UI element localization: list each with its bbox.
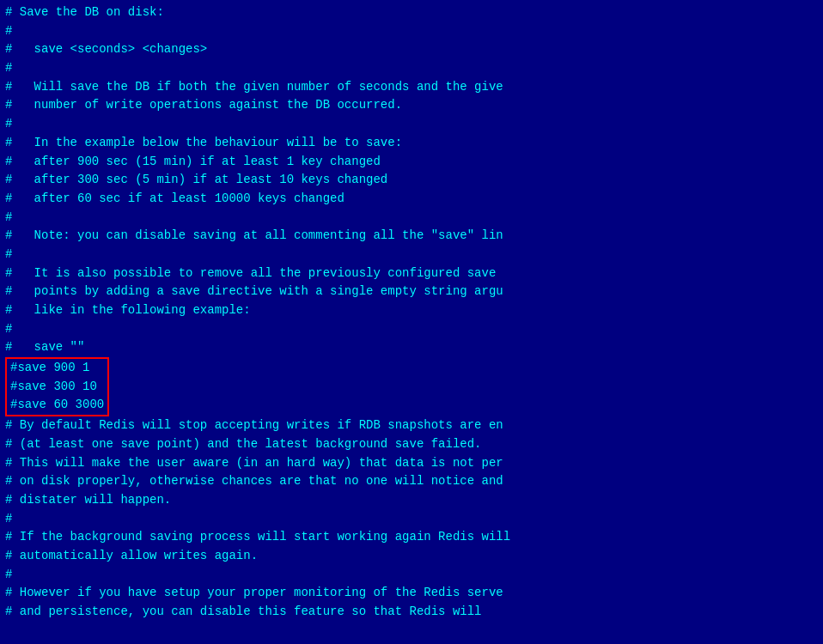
highlighted-line: #save 900 1	[10, 359, 104, 378]
code-line: # Save the DB on disk:	[5, 3, 818, 22]
code-lines-after: # By default Redis will stop accepting w…	[5, 416, 818, 622]
code-line: # Note: you can disable saving at all co…	[5, 227, 818, 246]
code-line: # after 60 sec if at least 10000 keys ch…	[5, 190, 818, 209]
code-line: #	[5, 22, 818, 41]
code-line: # save ""	[5, 338, 818, 357]
code-line: # If the background saving process will …	[5, 528, 818, 547]
code-lines-before: # Save the DB on disk:## save <seconds> …	[5, 3, 818, 357]
code-line: #	[5, 59, 818, 78]
code-line: # However if you have setup your proper …	[5, 584, 818, 603]
terminal-window: # Save the DB on disk:## save <seconds> …	[0, 0, 823, 644]
code-line: #	[5, 510, 818, 529]
code-line: #	[5, 209, 818, 228]
code-line: # save <seconds> <changes>	[5, 40, 818, 59]
code-line: # Will save the DB if both the given num…	[5, 78, 818, 97]
code-line: #	[5, 115, 818, 134]
red-box-highlight: #save 900 1#save 300 10#save 60 3000	[5, 357, 109, 416]
code-line: # number of write operations against the…	[5, 96, 818, 115]
code-line: # automatically allow writes again.	[5, 547, 818, 566]
highlighted-block-wrapper: #save 900 1#save 300 10#save 60 3000	[5, 357, 818, 416]
code-line: # points by adding a save directive with…	[5, 283, 818, 301]
code-line: # In the example below the behaviour wil…	[5, 134, 818, 153]
code-line: # (at least one save point) and the late…	[5, 435, 818, 454]
code-line: # By default Redis will stop accepting w…	[5, 416, 818, 435]
highlighted-line: #save 300 10	[10, 378, 104, 397]
code-line: # after 300 sec (5 min) if at least 10 k…	[5, 171, 818, 190]
code-line: # on disk properly, otherwise chances ar…	[5, 472, 818, 491]
code-line: #	[5, 246, 818, 264]
code-line: # distater will happen.	[5, 491, 818, 510]
code-line: # like in the following example:	[5, 301, 818, 320]
code-line: # and persistence, you can disable this …	[5, 603, 818, 622]
highlighted-lines: #save 900 1#save 300 10#save 60 3000	[10, 359, 104, 415]
highlighted-line: #save 60 3000	[10, 396, 104, 415]
code-line: # It is also possible to remove all the …	[5, 264, 818, 283]
code-line: #	[5, 320, 818, 339]
code-line: # This will make the user aware (in an h…	[5, 454, 818, 473]
code-line: #	[5, 566, 818, 585]
code-line: # after 900 sec (15 min) if at least 1 k…	[5, 153, 818, 172]
